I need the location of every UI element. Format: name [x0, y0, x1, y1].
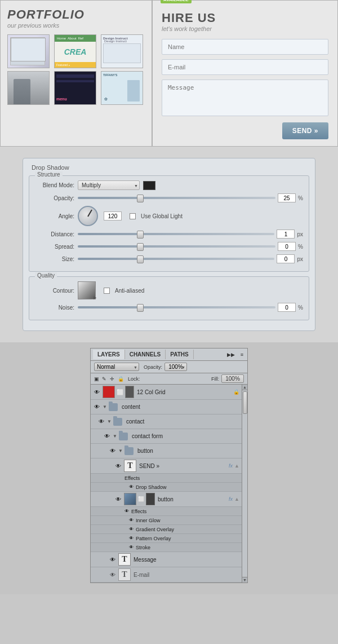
portfolio-thumb-6[interactable]: TIFFANY'S ✿ — [101, 71, 143, 105]
portfolio-thumb-4[interactable] — [7, 71, 50, 105]
use-global-light-label: Use Global Light — [141, 213, 183, 219]
visibility-eye-12col[interactable]: 👁 — [93, 388, 101, 396]
anti-aliased-checkbox[interactable] — [104, 288, 110, 294]
lock-all-icon[interactable]: 🔒 — [118, 376, 123, 382]
send-button[interactable]: SEND » — [282, 122, 328, 139]
layer-name-button: button — [157, 496, 227, 502]
opacity-value-display[interactable]: 100% — [164, 363, 187, 371]
size-slider[interactable] — [78, 258, 274, 260]
layer-name-contact-form: contact form — [130, 433, 239, 439]
visibility-eye-message[interactable]: 👁 — [109, 555, 117, 563]
visibility-eye-inner-glow[interactable]: 👁 — [129, 518, 134, 523]
folder-arrow-content[interactable]: ▼ — [103, 404, 107, 409]
layer-row-12col[interactable]: 👁 ⬜ 12 Col Grid 🔒 — [91, 385, 242, 400]
layers-section: LAYERS CHANNELS PATHS ▶▶ ≡ Normal Opacit… — [0, 342, 338, 594]
visibility-eye-gradient[interactable]: 👁 — [129, 527, 134, 532]
layer-row-content[interactable]: 👁 ▼ content — [91, 400, 242, 414]
spread-slider[interactable] — [78, 245, 275, 248]
layers-tab-bar: LAYERS CHANNELS PATHS ▶▶ ≡ — [91, 349, 247, 361]
inner-glow-label: Inner Glow — [134, 518, 161, 523]
angle-value[interactable]: 120 — [104, 211, 122, 220]
layer-thumb-12col — [103, 386, 115, 398]
scrollbar-up-arrow[interactable]: ▲ — [242, 385, 247, 390]
portfolio-thumb-3[interactable]: Design Instruct — [101, 34, 143, 68]
noise-slider[interactable] — [78, 306, 275, 308]
opacity-row: Opacity: 25 % — [35, 193, 303, 202]
visibility-eye-button-effects[interactable]: 👁 — [124, 509, 129, 514]
fill-value[interactable]: 100% — [221, 374, 244, 383]
layers-panel: LAYERS CHANNELS PATHS ▶▶ ≡ Normal Opacit… — [90, 348, 248, 583]
size-unit: px — [297, 256, 303, 262]
blend-mode-select[interactable]: Multiply — [78, 180, 140, 190]
spread-value[interactable]: 0 — [278, 242, 296, 251]
message-input[interactable] — [162, 80, 328, 116]
folder-icon-contact-form — [119, 433, 128, 440]
lock-transparency-icon[interactable]: ▣ — [94, 376, 100, 382]
distance-value[interactable]: 1 — [277, 230, 295, 239]
distance-slider[interactable] — [78, 233, 274, 235]
opacity-value[interactable]: 25 — [278, 193, 296, 202]
layer-row-button-folder[interactable]: 👁 ▼ button — [91, 444, 242, 458]
layers-controls-bar: Normal Opacity: 100% — [91, 361, 247, 373]
layer-row-email[interactable]: 👁 T E-mail — [91, 567, 242, 583]
visibility-eye-content[interactable]: 👁 — [93, 403, 101, 411]
size-slider-container: 0 px — [78, 254, 303, 263]
tab-channels[interactable]: CHANNELS — [125, 350, 166, 359]
visibility-eye-contact[interactable]: 👁 — [97, 418, 105, 426]
blend-mode-dropdown[interactable]: Normal — [94, 363, 139, 371]
layer-row-message[interactable]: 👁 T Message — [91, 552, 242, 567]
layer-mask-12col — [125, 386, 134, 398]
portfolio-title: PORTFOLIO — [7, 7, 145, 22]
layer-row-contact-form[interactable]: 👁 ▼ contact form — [91, 429, 242, 444]
effects-row-button: 👁 Effects — [91, 507, 242, 516]
noise-value[interactable]: 0 — [278, 303, 296, 312]
portfolio-thumb-1[interactable] — [7, 34, 50, 68]
lock-position-icon[interactable]: ✛ — [110, 376, 115, 382]
tab-menu-arrow[interactable]: ▶▶ — [225, 351, 237, 358]
scrollbar-down-arrow[interactable]: ▼ — [242, 577, 247, 583]
visibility-eye-button-folder[interactable]: 👁 — [109, 447, 117, 455]
portfolio-thumb-5[interactable]: menu — [54, 71, 96, 105]
contour-preview[interactable] — [78, 281, 96, 299]
layer-expand-button[interactable]: ▲ — [234, 496, 239, 502]
dropshadow-dialog: Drop Shadow Structure Blend Mode: Multip… — [23, 158, 315, 331]
email-input[interactable] — [162, 59, 328, 75]
visibility-eye-button[interactable]: 👁 — [114, 495, 122, 503]
folder-arrow-button[interactable]: ▼ — [118, 448, 123, 453]
layer-row-send[interactable]: 👁 T SEND » fx ▲ — [91, 458, 242, 474]
tab-paths[interactable]: PATHS — [166, 350, 193, 359]
opacity-slider[interactable] — [78, 197, 275, 199]
visibility-eye-email[interactable]: 👁 — [109, 571, 117, 579]
folder-arrow-contact[interactable]: ▼ — [107, 419, 112, 424]
scrollbar-thumb[interactable] — [243, 391, 247, 414]
visibility-eye-stroke[interactable]: 👁 — [129, 545, 134, 550]
portfolio-grid: Home About Ref CREA Featured » Design In… — [7, 34, 145, 105]
noise-row: Noise: 0 % — [35, 303, 303, 312]
use-global-light-checkbox[interactable] — [130, 213, 136, 219]
lock-paint-icon[interactable]: ✎ — [102, 376, 108, 382]
opacity-select-wrapper: 100% — [164, 363, 187, 371]
tab-layers[interactable]: LAYERS — [93, 350, 125, 359]
hireus-subtitle: let's work together — [162, 25, 328, 32]
visibility-eye-pattern[interactable]: 👁 — [129, 536, 134, 541]
blend-color-box[interactable] — [143, 181, 155, 190]
portfolio-thumb-2[interactable]: Home About Ref CREA Featured » — [54, 34, 96, 68]
visibility-eye-dropshadow[interactable]: 👁 — [129, 484, 134, 489]
folder-arrow-contact-form[interactable]: ▼ — [113, 434, 117, 439]
layer-row-contact[interactable]: 👁 ▼ contact — [91, 414, 242, 429]
effects-label-button: Effects — [129, 509, 146, 514]
layers-scrollbar[interactable]: ▲ ▼ — [242, 385, 247, 583]
visibility-eye-contact-form[interactable]: 👁 — [103, 433, 111, 440]
tab-options-icon[interactable]: ≡ — [239, 351, 245, 358]
layer-fx-button: fx — [229, 496, 233, 502]
portfolio-subtitle: our previous works — [7, 22, 145, 29]
angle-dial[interactable] — [78, 206, 98, 226]
layer-lock-12col: 🔒 — [233, 389, 239, 395]
distance-label: Distance: — [35, 231, 74, 237]
layer-row-button[interactable]: 👁 ⬜ button fx ▲ — [91, 492, 242, 507]
layer-expand-send[interactable]: ▲ — [234, 463, 239, 469]
visibility-eye-send[interactable]: 👁 — [114, 462, 122, 470]
noise-label: Noise: — [35, 305, 74, 311]
name-input[interactable] — [162, 39, 328, 55]
size-value[interactable]: 0 — [277, 254, 295, 263]
